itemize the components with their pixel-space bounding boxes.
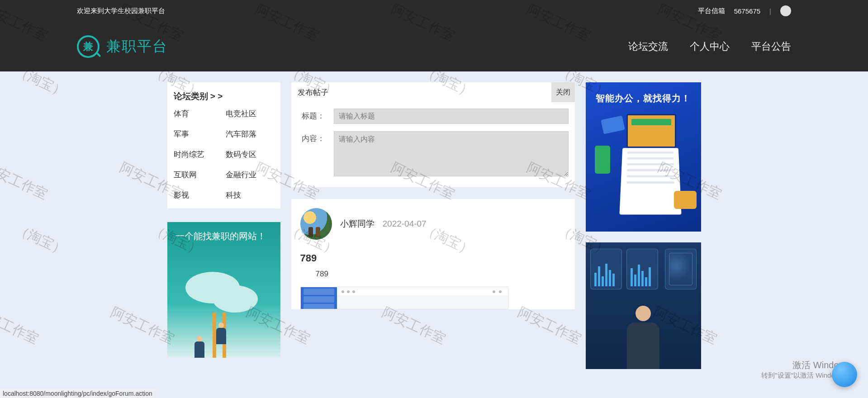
thread-username[interactable]: 小辉同学 [340, 218, 375, 230]
thread-title[interactable]: 789 [300, 252, 566, 264]
user-avatar[interactable] [780, 5, 791, 16]
thread-snippet: 789 [316, 270, 566, 279]
promo-left-title: 一个能找兼职的网站！ [175, 230, 272, 242]
title-input[interactable] [334, 109, 569, 124]
thread-card: 小辉同学 2022-04-07 789 789 [291, 199, 575, 309]
category-item[interactable]: 时尚综艺 [174, 149, 222, 160]
category-item[interactable]: 互联网 [174, 170, 222, 180]
post-box: 发布帖子 关闭 标题： 内容： [291, 82, 575, 187]
promo-right-2[interactable] [586, 242, 701, 369]
title-label: 标题： [298, 109, 334, 124]
topbar: 欢迎来到大学生校园兼职平台 平台信箱 5675675 | [0, 0, 868, 22]
thread-image[interactable] [300, 287, 508, 309]
brand-name: 兼职平台 [106, 37, 168, 57]
welcome-text: 欢迎来到大学生校园兼职平台 [77, 7, 165, 15]
nav-announce[interactable]: 平台公告 [751, 40, 791, 53]
category-item[interactable]: 体育 [174, 109, 222, 119]
navbar: 兼 兼职平台 论坛交流 个人中心 平台公告 [0, 22, 868, 71]
categories-title: 论坛类别 > > [174, 90, 274, 102]
user-number[interactable]: 5675675 [734, 7, 760, 15]
brand-logo[interactable]: 兼 兼职平台 [77, 35, 168, 58]
logo-icon: 兼 [77, 35, 100, 58]
post-box-title: 发布帖子 [298, 87, 328, 98]
category-item[interactable]: 电竞社区 [226, 109, 274, 119]
category-item[interactable]: 影视 [174, 190, 222, 200]
categories-card: 论坛类别 > > 体育 电竞社区 军事 汽车部落 时尚综艺 数码专区 互联网 金… [167, 82, 280, 208]
category-item[interactable]: 数码专区 [226, 149, 274, 160]
topbar-divider: | [769, 7, 771, 15]
thread-avatar[interactable] [300, 208, 332, 240]
content-textarea[interactable] [334, 131, 569, 176]
category-item[interactable]: 金融行业 [226, 170, 274, 180]
promo-right-1-title: 智能办公，就找得力！ [586, 92, 701, 104]
thread-date: 2022-04-07 [383, 219, 427, 229]
category-item[interactable]: 科技 [226, 190, 274, 200]
content-label: 内容： [298, 131, 334, 147]
category-item[interactable]: 汽车部落 [226, 129, 274, 139]
floating-action-button[interactable] [832, 362, 857, 369]
mailbox-link[interactable]: 平台信箱 [698, 7, 725, 15]
category-item[interactable]: 军事 [174, 129, 222, 139]
post-close-button[interactable]: 关闭 [551, 82, 575, 102]
promo-right-1[interactable]: 智能办公，就找得力！ [586, 82, 701, 232]
nav-forum[interactable]: 论坛交流 [628, 40, 668, 53]
promo-left-banner[interactable]: 一个能找兼职的网站！ [167, 222, 280, 358]
nav-personal[interactable]: 个人中心 [690, 40, 730, 53]
